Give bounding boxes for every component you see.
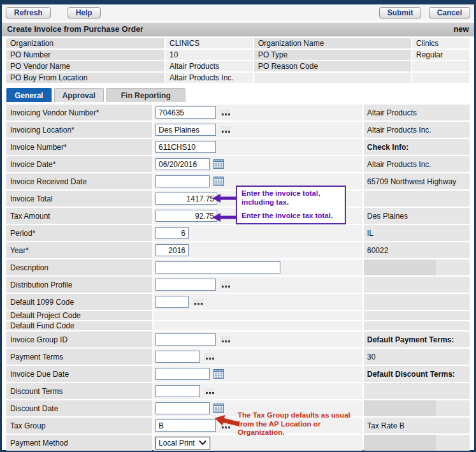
tab-fin-reporting[interactable]: Fin Reporting — [106, 88, 185, 102]
po-value-clinics: CLINICS — [166, 38, 253, 48]
po-label-po-reason-code: PO Reason Code — [254, 61, 411, 71]
field-info-text: Check Info: — [367, 143, 408, 152]
field-info-text: Altair Products — [367, 108, 417, 117]
distribution-profile-lookup-button[interactable] — [219, 281, 232, 289]
disabled-field-block — [364, 400, 436, 416]
field-info-period: IL — [364, 225, 470, 241]
year-input[interactable] — [155, 244, 189, 256]
form-row-distribution-profile: Distribution Profile — [6, 277, 470, 293]
form-row-default-fund-code: Default Fund Code — [6, 321, 470, 330]
field-info-text: Tax Rate B — [367, 421, 405, 430]
field-control-area-default-1099-code — [154, 294, 363, 310]
period-input[interactable] — [155, 227, 189, 239]
invoice-date-input[interactable] — [155, 158, 210, 170]
purple-arrow-invoice-total-icon — [212, 194, 236, 203]
field-label-default-project-code: Default Project Code — [6, 311, 152, 320]
po-label-organization-name: Organization Name — [254, 38, 411, 48]
help-button[interactable]: Help — [68, 7, 101, 18]
payment-terms-lookup-button[interactable] — [203, 353, 216, 361]
invoice-total-input[interactable] — [155, 193, 217, 205]
field-info-discount-date — [364, 400, 470, 416]
invoice-group-id-input[interactable] — [155, 333, 216, 346]
chevron-down-icon — [198, 440, 207, 446]
po-value-altair-products-inc: Altair Products Inc. — [166, 73, 253, 83]
field-label-default-fund-code: Default Fund Code — [6, 321, 152, 330]
field-label-invoice-number: Invoice Number* — [6, 139, 152, 155]
discount-date-input[interactable] — [155, 402, 210, 414]
payment-method-select[interactable]: Local Print — [155, 437, 210, 449]
default-1099-code-lookup-button[interactable] — [192, 298, 205, 307]
invoicing-vendor-number-lookup-button[interactable] — [219, 108, 232, 117]
field-info-invoicing-location: Altair Products Inc. — [364, 122, 470, 138]
form-row-default-project-code: Default Project Code — [6, 311, 470, 320]
invoice-number-input[interactable] — [155, 141, 216, 153]
po-label-po-buy-from-location: PO Buy From Location — [6, 73, 164, 83]
field-info-payment-terms: 30 — [364, 349, 470, 365]
disabled-field-block — [364, 435, 436, 451]
form-row-period: Period*IL — [6, 225, 470, 241]
field-info-default-project-code — [364, 311, 470, 320]
field-control-area-invoice-number — [154, 139, 363, 155]
distribution-profile-input[interactable] — [155, 279, 216, 291]
invoicing-vendor-number-input[interactable] — [155, 106, 216, 119]
field-label-default-1099-code: Default 1099 Code — [6, 294, 152, 310]
form-row-invoicing-location: Invoicing Location*Altair Products Inc. — [6, 122, 470, 138]
invoice-due-date-input[interactable] — [155, 368, 210, 380]
tax-amount-input[interactable] — [155, 210, 217, 222]
description-input[interactable] — [155, 261, 280, 273]
discount-terms-input[interactable] — [155, 385, 200, 397]
discount-terms-lookup-button[interactable] — [203, 387, 216, 396]
refresh-button[interactable]: Refresh — [6, 7, 51, 18]
po-label-po-vendor-name: PO Vendor Name — [6, 61, 164, 71]
invoice-received-date-input[interactable] — [155, 175, 210, 187]
field-label-discount-date: Discount Date — [6, 400, 152, 416]
form-row-invoice-group-id: Invoice Group IDDefault Payment Terms: — [6, 332, 470, 347]
po-value-clinics: Clinics — [412, 38, 470, 48]
form-row-description: Description — [6, 259, 470, 275]
discount-date-calendar-icon[interactable] — [213, 404, 224, 413]
tab-approval[interactable]: Approval — [54, 88, 104, 102]
field-label-invoice-date: Invoice Date* — [6, 156, 152, 172]
field-label-invoice-due-date: Invoice Due Date — [6, 366, 152, 382]
field-control-area-year — [154, 242, 363, 258]
field-info-invoice-group-id: Default Payment Terms: — [364, 332, 470, 347]
invoicing-location-input[interactable] — [155, 124, 216, 136]
invoicing-location-lookup-button[interactable] — [219, 126, 232, 135]
form-row-default-1099-code: Default 1099 Code — [6, 294, 470, 310]
submit-button[interactable]: Submit — [379, 7, 422, 18]
po-summary-row: PO Number10PO TypeRegular — [6, 50, 470, 60]
field-info-invoice-due-date: Default Discount Terms: — [364, 366, 470, 382]
cancel-button[interactable]: Cancel — [429, 7, 470, 18]
invoice-date-calendar-icon[interactable] — [213, 159, 224, 169]
field-label-payment-terms: Payment Terms — [6, 349, 152, 365]
invoice-group-id-lookup-button[interactable] — [219, 335, 232, 344]
field-label-payment-method: Payment Method — [6, 435, 152, 451]
field-label-invoicing-vendor-number: Invoicing Vendor Number* — [6, 105, 152, 120]
annotation-text-invoice-total: Enter the invoice total, including tax. — [242, 189, 340, 207]
form-row-invoice-date: Invoice Date*Altair Products Inc. — [6, 156, 470, 172]
invoice-received-date-calendar-icon[interactable] — [213, 177, 224, 186]
field-control-area-invoice-date — [154, 156, 363, 172]
purple-arrow-tax-amount-icon — [212, 213, 236, 222]
page-title: Create Invoice from Purchase Order — [7, 25, 143, 34]
field-control-area-period — [154, 225, 363, 241]
po-value-altair-products: Altair Products — [166, 61, 253, 71]
field-info-year: 60022 — [364, 242, 470, 258]
field-info-text: Des Plaines — [367, 212, 408, 221]
po-summary-row: PO Buy From LocationAltair Products Inc. — [6, 73, 470, 83]
tab-bar: GeneralApprovalFin Reporting — [6, 87, 474, 102]
tax-group-input[interactable] — [155, 419, 216, 432]
invoice-total-annotation: Enter the invoice total, including tax. … — [236, 186, 346, 224]
field-info-description — [364, 259, 470, 275]
tab-general[interactable]: General — [6, 88, 52, 102]
record-mode-badge: new — [454, 25, 469, 34]
field-control-area-description — [154, 259, 363, 275]
field-info-tax-group: Tax Rate B — [364, 418, 470, 434]
default-1099-code-input[interactable] — [155, 296, 189, 308]
application-window: Refresh Help Submit Cancel Create Invoic… — [0, 0, 476, 452]
po-summary-row: PO Vendor NameAltair ProductsPO Reason C… — [6, 61, 470, 71]
field-control-area-distribution-profile — [154, 277, 363, 293]
payment-terms-input[interactable] — [155, 351, 200, 363]
invoice-due-date-calendar-icon[interactable] — [213, 369, 224, 379]
field-control-area-invoice-group-id — [154, 332, 363, 347]
